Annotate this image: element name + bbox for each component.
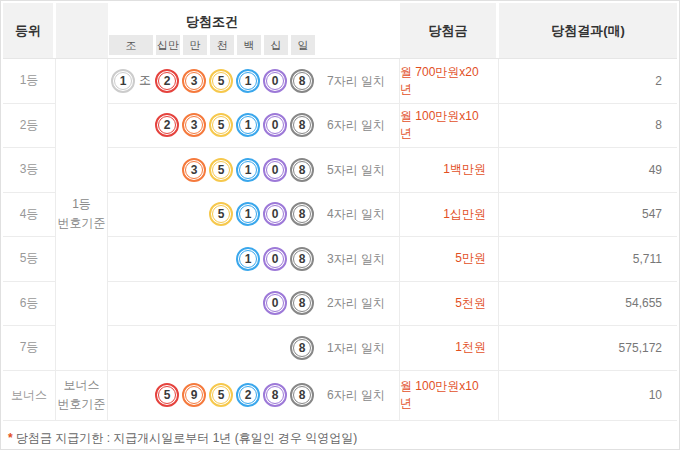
lottery-ball-yellow: 5 bbox=[209, 113, 233, 137]
lottery-ball-gray: 8 bbox=[290, 247, 314, 271]
condition-cell: 1조2351087자리 일치 bbox=[108, 59, 400, 103]
prize-cell: 월 100만원x10년 bbox=[400, 104, 499, 148]
rank-column: 1등2등3등4등5등6등7등 bbox=[3, 59, 56, 371]
prize-cell: 1천원 bbox=[400, 326, 499, 370]
bonus-group-line1: 보너스 bbox=[64, 376, 100, 395]
lottery-ball-purple: 8 bbox=[263, 383, 287, 407]
lottery-ball-orange: 3 bbox=[182, 69, 206, 93]
ball-group: 235108 bbox=[155, 113, 314, 137]
count-cell: 2 bbox=[499, 59, 677, 103]
table-row: 1조2351087자리 일치월 700만원x20년2 bbox=[108, 59, 677, 104]
condition-title: 당첨조건 bbox=[109, 13, 315, 31]
prize-cell: 5만원 bbox=[400, 237, 499, 281]
lottery-ball-gray: 8 bbox=[290, 202, 314, 226]
footnote-text: 당첨금 지급기한 : 지급개시일로부터 1년 (휴일인 경우 익영업일) bbox=[16, 431, 357, 445]
prize-cell: 5천원 bbox=[400, 282, 499, 326]
match-label: 7자리 일치 bbox=[327, 72, 385, 89]
ball-group: 08 bbox=[263, 291, 314, 315]
lottery-result-panel: 등위 당첨조건 조십만만천백십일 당첨금 당첨결과(매) 1등2등3등4등5등6… bbox=[0, 0, 680, 450]
digit-chip-1: 조 bbox=[109, 35, 153, 55]
rank-cell: 2등 bbox=[3, 104, 55, 149]
lottery-ball-red: 2 bbox=[155, 69, 179, 93]
digit-chip-7: 일 bbox=[291, 35, 315, 55]
bonus-match-label: 6자리 일치 bbox=[327, 387, 385, 404]
main-group-line2: 번호기준 bbox=[58, 214, 106, 233]
digit-chip-6: 십 bbox=[264, 35, 288, 55]
lottery-ball-gray: 8 bbox=[290, 291, 314, 315]
rows-column: 1조2351087자리 일치월 700만원x20년22351086자리 일치월 … bbox=[108, 59, 677, 371]
header-result: 당첨결과(매) bbox=[499, 3, 677, 58]
bonus-group-cell: 보너스 번호기준 bbox=[56, 371, 108, 420]
condition-cell: 51084자리 일치 bbox=[108, 193, 400, 237]
rank-cell: 4등 bbox=[3, 193, 55, 238]
bonus-group-line2: 번호기준 bbox=[58, 395, 106, 414]
bonus-count-cell: 10 bbox=[499, 371, 677, 420]
header-condition: 당첨조건 조십만만천백십일 bbox=[108, 3, 400, 58]
condition-cell: 81자리 일치 bbox=[108, 326, 400, 370]
match-label: 4자리 일치 bbox=[327, 206, 385, 223]
count-cell: 8 bbox=[499, 104, 677, 148]
condition-cell: 1083자리 일치 bbox=[108, 237, 400, 281]
digit-chip-2: 십만 bbox=[156, 35, 180, 55]
header-group-spacer bbox=[56, 3, 108, 58]
lottery-ball-jo: 1 bbox=[111, 69, 135, 93]
match-label: 2자리 일치 bbox=[327, 295, 385, 312]
bonus-condition-cell: 595288 6자리 일치 bbox=[108, 371, 400, 420]
table-row: 2351086자리 일치월 100만원x10년8 bbox=[108, 104, 677, 149]
ball-group: 1조235108 bbox=[111, 69, 314, 93]
count-cell: 547 bbox=[499, 193, 677, 237]
main-group-cell: 1등 번호기준 bbox=[56, 59, 108, 371]
lottery-ball-blue: 1 bbox=[236, 202, 260, 226]
table-row: 082자리 일치5천원54,655 bbox=[108, 282, 677, 327]
bonus-rank-cell: 보너스 bbox=[3, 371, 56, 420]
table-row: 51084자리 일치1십만원547 bbox=[108, 193, 677, 238]
digit-chip-3: 만 bbox=[183, 35, 207, 55]
lottery-ball-gray: 8 bbox=[290, 69, 314, 93]
count-cell: 54,655 bbox=[499, 282, 677, 326]
match-label: 1자리 일치 bbox=[327, 339, 385, 356]
bonus-prize-cell: 월 100만원x10년 bbox=[400, 371, 499, 420]
rank-cell: 7등 bbox=[3, 326, 55, 371]
lottery-ball-purple: 0 bbox=[263, 158, 287, 182]
lottery-ball-orange: 3 bbox=[182, 113, 206, 137]
lottery-ball-orange: 9 bbox=[182, 383, 206, 407]
lottery-ball-yellow: 5 bbox=[209, 383, 233, 407]
digit-chip-5: 백 bbox=[237, 35, 261, 55]
digit-position-chips: 조십만만천백십일 bbox=[109, 35, 315, 55]
lottery-ball-gray: 8 bbox=[290, 113, 314, 137]
lottery-ball-blue: 1 bbox=[236, 158, 260, 182]
lottery-ball-blue: 1 bbox=[236, 247, 260, 271]
ball-group: 35108 bbox=[182, 158, 314, 182]
lottery-ball-yellow: 5 bbox=[209, 69, 233, 93]
rank-cell: 6등 bbox=[3, 282, 55, 327]
count-cell: 5,711 bbox=[499, 237, 677, 281]
prize-table: 등위 당첨조건 조십만만천백십일 당첨금 당첨결과(매) 1등2등3등4등5등6… bbox=[3, 3, 677, 421]
match-label: 5자리 일치 bbox=[327, 161, 385, 178]
lottery-ball-purple: 0 bbox=[263, 69, 287, 93]
lottery-ball-yellow: 5 bbox=[209, 202, 233, 226]
lottery-ball-yellow: 5 bbox=[209, 158, 233, 182]
lottery-ball-gray: 8 bbox=[290, 383, 314, 407]
prize-cell: 1백만원 bbox=[400, 148, 499, 192]
match-label: 3자리 일치 bbox=[327, 250, 385, 267]
table-row: 81자리 일치1천원575,172 bbox=[108, 326, 677, 371]
jo-unit-label: 조 bbox=[138, 72, 152, 89]
rank-cell: 1등 bbox=[3, 59, 55, 104]
lottery-ball-orange: 3 bbox=[182, 158, 206, 182]
ball-group: 108 bbox=[236, 247, 314, 271]
table-header: 등위 당첨조건 조십만만천백십일 당첨금 당첨결과(매) bbox=[3, 3, 677, 59]
header-rank: 등위 bbox=[3, 3, 56, 58]
lottery-ball-purple: 0 bbox=[263, 291, 287, 315]
table-body: 1등2등3등4등5등6등7등 1등 번호기준 1조2351087자리 일치월 7… bbox=[3, 59, 677, 371]
rank-cell: 5등 bbox=[3, 237, 55, 282]
bonus-row: 보너스 보너스 번호기준 595288 6자리 일치 월 100만원x10년 1… bbox=[3, 371, 677, 421]
lottery-ball-blue: 2 bbox=[236, 383, 260, 407]
prize-cell: 월 700만원x20년 bbox=[400, 59, 499, 103]
rank-cell: 3등 bbox=[3, 148, 55, 193]
lottery-ball-purple: 0 bbox=[263, 113, 287, 137]
ball-group: 8 bbox=[290, 336, 314, 360]
digit-chip-4: 천 bbox=[210, 35, 234, 55]
condition-cell: 2351086자리 일치 bbox=[108, 104, 400, 148]
condition-cell: 082자리 일치 bbox=[108, 282, 400, 326]
lottery-ball-gray: 8 bbox=[290, 336, 314, 360]
